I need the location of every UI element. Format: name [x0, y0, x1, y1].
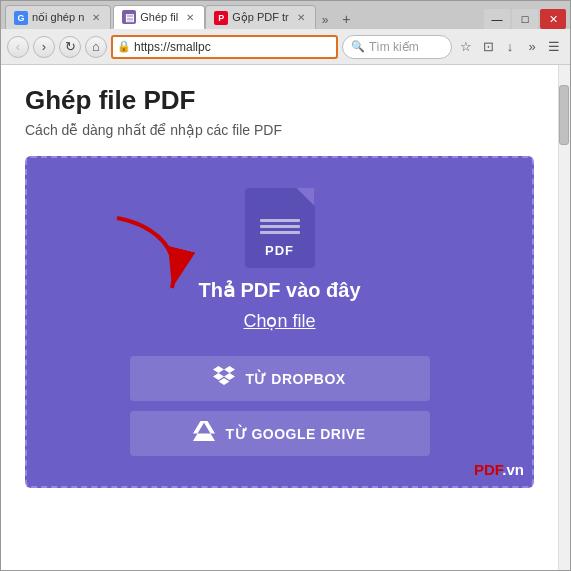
lock-icon: 🔒 — [117, 40, 131, 53]
menu-button[interactable]: ☰ — [544, 37, 564, 57]
googledrive-icon — [193, 421, 215, 446]
maximize-button[interactable]: □ — [512, 9, 538, 29]
address-actions: ☆ ⊡ ↓ » ☰ — [456, 37, 564, 57]
minimize-button[interactable]: — — [484, 9, 510, 29]
tab-label-1: nối ghép n — [32, 11, 84, 24]
scrollbar[interactable] — [558, 65, 570, 570]
pdf-icon: PDF — [245, 188, 315, 268]
reader-button[interactable]: ⊡ — [478, 37, 498, 57]
address-field[interactable]: 🔒 https://smallpc — [111, 35, 338, 59]
watermark: PDF.vn — [474, 461, 524, 478]
pdf-line-2 — [260, 225, 300, 228]
watermark-vn: .vn — [502, 461, 524, 478]
scrollbar-thumb[interactable] — [559, 85, 569, 145]
home-button[interactable]: ⌂ — [85, 36, 107, 58]
tab-favicon-1: G — [14, 11, 28, 25]
back-icon: ‹ — [16, 39, 20, 54]
browser-window: G nối ghép n ✕ ▤ Ghép fil ✕ P Gộp PDF tr… — [0, 0, 571, 571]
forward-button[interactable]: › — [33, 36, 55, 58]
close-button[interactable]: ✕ — [540, 9, 566, 29]
pdf-icon-wrapper: PDF — [245, 188, 315, 268]
tab-favicon-2: ▤ — [122, 10, 136, 24]
tab-close-3[interactable]: ✕ — [295, 11, 307, 24]
tab-ghep-file[interactable]: ▤ Ghép fil ✕ — [113, 5, 205, 29]
drop-text: Thả PDF vào đây — [198, 278, 360, 302]
more-tabs-button[interactable]: » — [318, 11, 333, 29]
add-tab-button[interactable]: + — [336, 9, 356, 29]
pdf-lines — [260, 219, 300, 237]
pdf-label: PDF — [265, 243, 294, 258]
home-icon: ⌂ — [92, 39, 100, 54]
window-controls: — □ ✕ — [484, 9, 566, 29]
googledrive-label: TỪ GOOGLE DRIVE — [225, 426, 365, 442]
tab-label-2: Ghép fil — [140, 11, 178, 23]
drop-zone[interactable]: PDF Thả PDF vào đây Chọn file TỪ — [25, 156, 534, 488]
url-text: https://smallpc — [134, 40, 211, 54]
search-placeholder: Tìm kiếm — [369, 40, 419, 54]
tab-close-1[interactable]: ✕ — [90, 11, 102, 24]
cloud-options: TỪ DROPBOX TỪ GOOGLE DRIVE — [130, 356, 430, 456]
choose-file-link[interactable]: Chọn file — [243, 310, 315, 332]
watermark-pdf: PDF — [474, 461, 502, 478]
search-icon: 🔍 — [351, 40, 365, 53]
tab-favicon-3: P — [214, 11, 228, 25]
overflow-button[interactable]: » — [522, 37, 542, 57]
page-subtitle: Cách dễ dàng nhất để nhập các file PDF — [25, 122, 534, 138]
pdf-line-1 — [260, 219, 300, 222]
back-button[interactable]: ‹ — [7, 36, 29, 58]
star-button[interactable]: ☆ — [456, 37, 476, 57]
browser-content: Ghép file PDF Cách dễ dàng nhất để nhập … — [1, 65, 570, 570]
red-arrow — [107, 208, 197, 312]
address-bar-row: ‹ › ↻ ⌂ 🔒 https://smallpc 🔍 Tìm kiếm ☆ ⊡… — [1, 29, 570, 65]
tab-gop-pdf[interactable]: P Gộp PDF tr ✕ — [205, 5, 316, 29]
tab-close-2[interactable]: ✕ — [184, 11, 196, 24]
pdf-line-3 — [260, 231, 300, 234]
page-title: Ghép file PDF — [25, 85, 534, 116]
forward-icon: › — [42, 39, 46, 54]
tabs-bar: G nối ghép n ✕ ▤ Ghép fil ✕ P Gộp PDF tr… — [1, 1, 570, 29]
dropbox-button[interactable]: TỪ DROPBOX — [130, 356, 430, 401]
tab-noi-ghep[interactable]: G nối ghép n ✕ — [5, 5, 111, 29]
dropbox-icon — [213, 366, 235, 391]
refresh-button[interactable]: ↻ — [59, 36, 81, 58]
tab-label-3: Gộp PDF tr — [232, 11, 289, 24]
search-field[interactable]: 🔍 Tìm kiếm — [342, 35, 452, 59]
dropbox-label: TỪ DROPBOX — [245, 371, 345, 387]
download-button[interactable]: ↓ — [500, 37, 520, 57]
page-content: Ghép file PDF Cách dễ dàng nhất để nhập … — [1, 65, 558, 570]
refresh-icon: ↻ — [65, 39, 76, 54]
googledrive-button[interactable]: TỪ GOOGLE DRIVE — [130, 411, 430, 456]
